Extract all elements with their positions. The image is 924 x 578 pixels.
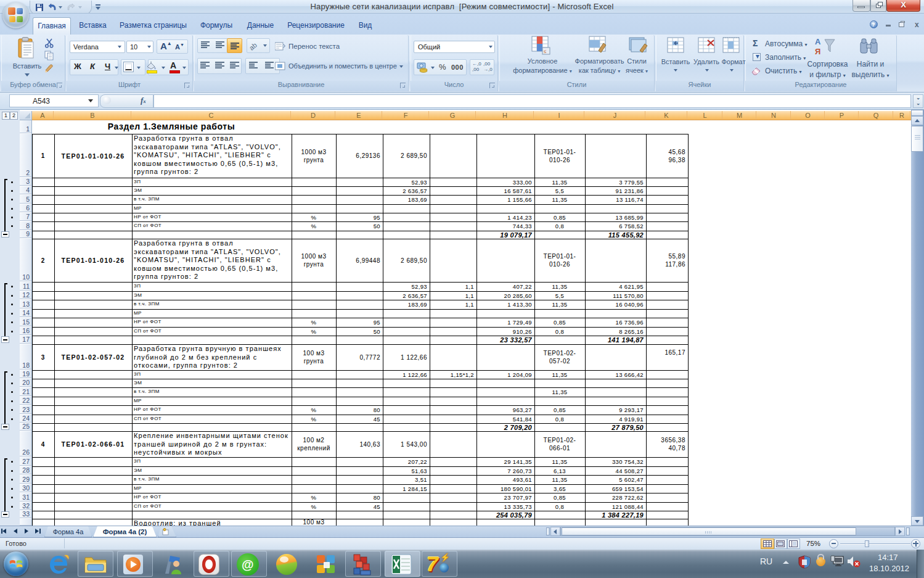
svg-text:Я: Я <box>815 47 820 56</box>
svg-text:ab: ab <box>250 41 258 51</box>
svg-text:≤: ≤ <box>544 49 547 54</box>
svg-text:А: А <box>815 37 821 46</box>
